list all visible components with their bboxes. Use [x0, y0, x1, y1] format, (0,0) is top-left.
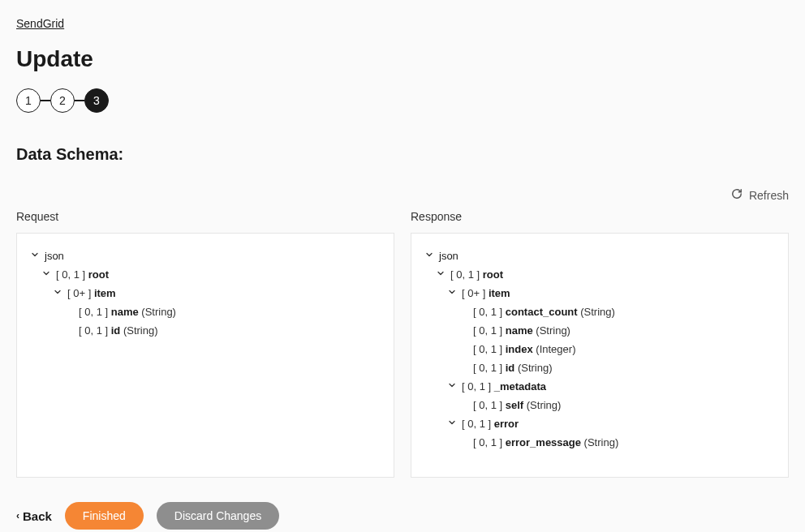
field-name: _metadata	[494, 380, 546, 393]
field-name: contact_count	[506, 306, 578, 318]
cardinality: [ 0, 1 ]	[79, 324, 111, 337]
field-name: id	[506, 362, 515, 374]
field-name: json	[45, 250, 64, 262]
tree-node-text: [ 0+ ] item	[67, 287, 116, 299]
field-type: (String)	[581, 436, 618, 448]
cardinality: [ 0, 1 ]	[473, 436, 506, 448]
refresh-label: Refresh	[749, 189, 789, 202]
tree-node-text: [ 0, 1 ] name (String)	[79, 306, 176, 318]
field-name: root	[88, 268, 109, 281]
tree-node-text: [ 0, 1 ] contact_count (String)	[473, 306, 615, 318]
field-name: item	[94, 287, 116, 299]
cardinality: [ 0, 1 ]	[450, 268, 483, 281]
response-tree-node[interactable]: [ 0, 1 ] root	[424, 265, 775, 284]
step-connector	[41, 100, 50, 101]
tree-node-text: [ 0, 1 ] error	[462, 418, 519, 430]
field-type: (String)	[578, 306, 615, 318]
back-label: Back	[23, 509, 52, 523]
cardinality: [ 0, 1 ]	[462, 418, 494, 430]
cardinality: [ 0, 1 ]	[56, 268, 88, 281]
field-name: error_message	[506, 436, 581, 448]
cardinality: [ 0+ ]	[462, 287, 489, 299]
refresh-button[interactable]: Refresh	[731, 188, 789, 202]
field-type: (String)	[523, 399, 561, 411]
tree-node-text: [ 0, 1 ] root	[56, 268, 109, 281]
field-type: (Integer)	[533, 343, 576, 355]
step-2[interactable]: 2	[50, 88, 75, 113]
response-tree-node[interactable]: json	[424, 247, 775, 265]
cardinality: [ 0, 1 ]	[473, 343, 506, 355]
response-label: Response	[411, 210, 789, 223]
field-name: error	[494, 418, 519, 430]
tree-node-text: [ 0, 1 ] name (String)	[473, 324, 570, 337]
tree-node-text: [ 0+ ] item	[462, 287, 510, 299]
tree-node-text: [ 0, 1 ] root	[450, 268, 503, 281]
cardinality: [ 0, 1 ]	[473, 306, 506, 318]
response-panel: json[ 0, 1 ] root[ 0+ ] item[ 0, 1 ] con…	[411, 233, 789, 478]
response-tree-node[interactable]: [ 0, 1 ] index (Integer)	[424, 340, 775, 358]
field-name: json	[439, 250, 458, 262]
back-button[interactable]: ‹ Back	[16, 509, 52, 523]
field-name: name	[111, 306, 139, 318]
field-name: name	[506, 324, 533, 337]
field-name: index	[506, 343, 533, 355]
tree-node-text: [ 0, 1 ] index (Integer)	[473, 343, 575, 355]
chevron-down-icon[interactable]	[41, 268, 51, 281]
breadcrumb-sendgrid[interactable]: SendGrid	[16, 17, 64, 30]
tree-node-text: [ 0, 1 ] _metadata	[462, 380, 546, 393]
field-name: item	[489, 287, 510, 299]
tree-node-text: [ 0, 1 ] self (String)	[473, 399, 561, 411]
finished-button[interactable]: Finished	[65, 502, 144, 530]
response-tree-node[interactable]: [ 0, 1 ] error	[424, 414, 775, 433]
field-type: (String)	[514, 362, 552, 374]
field-type: (String)	[139, 306, 176, 318]
cardinality: [ 0, 1 ]	[473, 324, 506, 337]
tree-node-text: [ 0, 1 ] error_message (String)	[473, 436, 618, 448]
chevron-down-icon[interactable]	[53, 287, 62, 299]
chevron-down-icon[interactable]	[447, 418, 457, 430]
tree-node-text: json	[45, 250, 64, 262]
response-tree-node[interactable]: [ 0, 1 ] error_message (String)	[424, 433, 775, 452]
response-tree-node[interactable]: [ 0+ ] item	[424, 284, 775, 302]
field-name: root	[483, 268, 503, 281]
request-panel: json[ 0, 1 ] root[ 0+ ] item[ 0, 1 ] nam…	[16, 233, 394, 478]
cardinality: [ 0, 1 ]	[79, 306, 111, 318]
step-1[interactable]: 1	[16, 88, 41, 113]
request-tree-node[interactable]: [ 0+ ] item	[30, 284, 381, 302]
request-tree-node[interactable]: [ 0, 1 ] name (String)	[30, 302, 381, 321]
field-type: (String)	[533, 324, 570, 337]
chevron-down-icon[interactable]	[447, 380, 457, 393]
field-type: (String)	[120, 324, 157, 337]
step-connector	[75, 100, 84, 101]
page-title: Update	[16, 46, 789, 72]
response-tree-node[interactable]: [ 0, 1 ] id (String)	[424, 358, 775, 377]
field-name: id	[111, 324, 121, 337]
response-tree-node[interactable]: [ 0, 1 ] _metadata	[424, 377, 775, 396]
chevron-down-icon[interactable]	[424, 250, 434, 262]
request-label: Request	[16, 210, 394, 223]
chevron-left-icon: ‹	[16, 510, 19, 521]
response-tree-node[interactable]: [ 0, 1 ] contact_count (String)	[424, 302, 775, 321]
cardinality: [ 0, 1 ]	[473, 362, 506, 374]
field-name: self	[506, 399, 523, 411]
response-tree-node[interactable]: [ 0, 1 ] self (String)	[424, 396, 775, 414]
tree-node-text: [ 0, 1 ] id (String)	[473, 362, 553, 374]
request-tree-node[interactable]: json	[30, 247, 381, 265]
step-3[interactable]: 3	[84, 88, 109, 113]
tree-node-text: json	[439, 250, 458, 262]
discard-button[interactable]: Discard Changes	[157, 502, 279, 530]
cardinality: [ 0, 1 ]	[473, 399, 506, 411]
chevron-down-icon[interactable]	[447, 287, 457, 299]
request-tree-node[interactable]: [ 0, 1 ] root	[30, 265, 381, 284]
chevron-down-icon[interactable]	[30, 250, 40, 262]
refresh-icon	[731, 188, 743, 202]
cardinality: [ 0+ ]	[67, 287, 94, 299]
request-tree-node[interactable]: [ 0, 1 ] id (String)	[30, 321, 381, 340]
tree-node-text: [ 0, 1 ] id (String)	[79, 324, 158, 337]
section-title: Data Schema:	[16, 145, 789, 164]
response-tree-node[interactable]: [ 0, 1 ] name (String)	[424, 321, 775, 340]
step-indicator: 123	[16, 88, 789, 113]
chevron-down-icon[interactable]	[436, 268, 446, 281]
cardinality: [ 0, 1 ]	[462, 380, 494, 393]
